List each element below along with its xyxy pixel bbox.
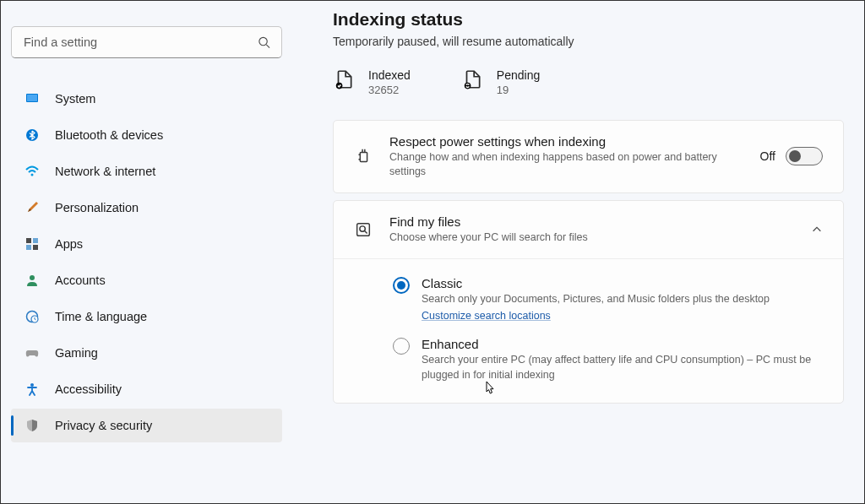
- svg-rect-8: [26, 245, 31, 250]
- customize-search-link[interactable]: Customize search locations: [422, 310, 551, 322]
- sidebar-item-label: Privacy & security: [55, 419, 152, 432]
- enhanced-title: Enhanced: [422, 337, 823, 351]
- indexing-stats: Indexed 32652 Pending 19: [333, 68, 844, 96]
- sidebar-item-system[interactable]: System: [11, 82, 282, 116]
- sidebar-item-label: Apps: [55, 237, 83, 251]
- search-icon: [258, 36, 270, 49]
- classic-title: Classic: [422, 276, 770, 290]
- svg-rect-7: [33, 238, 38, 243]
- sidebar-item-network[interactable]: Network & internet: [11, 154, 282, 188]
- sidebar-item-label: Network & internet: [55, 165, 155, 178]
- page-subtitle: Temporarily paused, will resume automati…: [333, 35, 844, 48]
- accessibility-icon: [24, 382, 40, 397]
- plug-icon: [354, 147, 373, 165]
- apps-icon: [24, 236, 40, 252]
- bluetooth-icon: [24, 127, 40, 143]
- svg-point-5: [31, 174, 34, 176]
- radio-enhanced[interactable]: [393, 338, 410, 355]
- option-classic[interactable]: Classic Search only your Documents, Pict…: [393, 276, 823, 322]
- sidebar-item-label: Accessibility: [55, 382, 122, 396]
- search-wrap: [11, 26, 282, 58]
- svg-point-15: [465, 83, 471, 89]
- option-enhanced[interactable]: Enhanced Search your entire PC (may affe…: [393, 337, 823, 382]
- sidebar-item-label: Gaming: [55, 346, 98, 360]
- person-icon: [24, 273, 40, 288]
- sidebar-item-label: Personalization: [55, 201, 139, 214]
- card-power-settings: Respect power settings when indexing Cha…: [333, 120, 844, 193]
- power-toggle[interactable]: [786, 147, 823, 165]
- svg-rect-16: [360, 153, 367, 162]
- svg-line-1: [266, 45, 269, 48]
- sidebar-item-label: Time & language: [55, 310, 147, 323]
- svg-line-19: [365, 231, 367, 234]
- svg-rect-6: [26, 238, 31, 243]
- clock-globe-icon: [24, 309, 40, 324]
- indexed-label: Indexed: [368, 68, 411, 82]
- sidebar-item-apps[interactable]: Apps: [11, 227, 282, 261]
- sidebar: System Bluetooth & devices Network & int…: [1, 1, 292, 503]
- magnify-files-icon: [354, 220, 373, 239]
- sidebar-item-label: System: [55, 92, 95, 106]
- svg-point-0: [259, 37, 267, 45]
- brush-icon: [24, 200, 40, 215]
- shield-icon: [24, 418, 40, 433]
- card-find-my-files: Find my files Choose where your PC will …: [333, 200, 844, 404]
- sidebar-item-label: Bluetooth & devices: [55, 128, 163, 142]
- findfiles-title: Find my files: [389, 214, 794, 229]
- power-toggle-state: Off: [760, 149, 775, 163]
- wifi-icon: [24, 164, 40, 179]
- svg-point-13: [30, 383, 34, 387]
- stat-indexed: Indexed 32652: [333, 68, 411, 96]
- sidebar-item-label: Accounts: [55, 274, 106, 287]
- radio-classic[interactable]: [393, 277, 410, 294]
- findfiles-desc: Choose where your PC will search for fil…: [389, 230, 794, 245]
- sidebar-item-privacy[interactable]: Privacy & security: [11, 409, 282, 442]
- search-input[interactable]: [11, 26, 282, 58]
- svg-rect-17: [357, 223, 370, 236]
- sidebar-item-accounts[interactable]: Accounts: [11, 263, 282, 297]
- gamepad-icon: [24, 345, 40, 360]
- indexed-value: 32652: [368, 84, 411, 96]
- sidebar-item-accessibility[interactable]: Accessibility: [11, 372, 282, 406]
- pending-label: Pending: [497, 68, 540, 82]
- power-title: Respect power settings when indexing: [389, 134, 743, 149]
- svg-rect-3: [27, 95, 37, 101]
- svg-point-18: [360, 226, 365, 231]
- sidebar-item-personalization[interactable]: Personalization: [11, 191, 282, 225]
- find-files-options: Classic Search only your Documents, Pict…: [334, 258, 843, 404]
- page-title: Indexing status: [333, 9, 844, 30]
- enhanced-desc: Search your entire PC (may affect batter…: [422, 353, 823, 382]
- main-content: Indexing status Temporarily paused, will…: [292, 1, 864, 503]
- find-files-header[interactable]: Find my files Choose where your PC will …: [334, 201, 843, 258]
- power-desc: Change how and when indexing happens bas…: [389, 150, 743, 179]
- chevron-up-icon: [811, 224, 823, 236]
- sidebar-item-time[interactable]: Time & language: [11, 300, 282, 333]
- svg-rect-9: [33, 245, 38, 250]
- system-icon: [24, 91, 40, 106]
- classic-desc: Search only your Documents, Pictures, an…: [422, 292, 770, 307]
- sidebar-item-gaming[interactable]: Gaming: [11, 336, 282, 370]
- stat-pending: Pending 19: [461, 68, 540, 96]
- svg-point-10: [30, 275, 35, 280]
- file-check-icon: [333, 68, 355, 90]
- pending-value: 19: [497, 84, 540, 96]
- file-sync-icon: [461, 68, 483, 90]
- sidebar-item-bluetooth[interactable]: Bluetooth & devices: [11, 118, 282, 152]
